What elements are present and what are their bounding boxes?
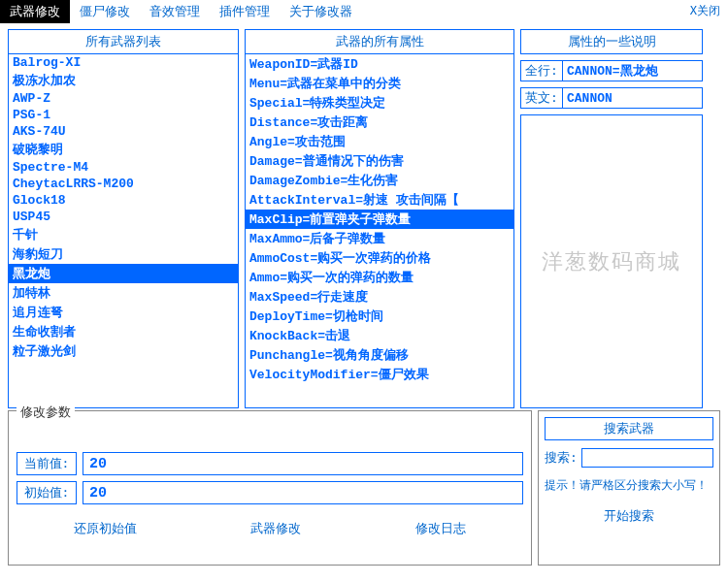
tab-sound-manage[interactable]: 音效管理 (140, 0, 210, 23)
prop-item[interactable]: VelocityModifier=僵尸效果 (246, 365, 513, 384)
full-line-field: 全行: CANNON=黑龙炮 (520, 60, 703, 81)
prop-item[interactable]: Angle=攻击范围 (246, 132, 513, 151)
weapons-listbox[interactable]: Balrog-XI极冻水加农AWP-ZPSG-1AKS-74U破晓黎明Spect… (9, 54, 238, 407)
weapons-panel: 所有武器列表 Balrog-XI极冻水加农AWP-ZPSG-1AKS-74U破晓… (8, 29, 239, 408)
prop-item[interactable]: AttackInterval=射速 攻击间隔【 (246, 190, 513, 210)
params-panel: 修改参数 当前值: 初始值: 还原初始值 武器修改 修改日志 (8, 410, 532, 566)
prop-item[interactable]: Special=特殊类型决定 (246, 93, 513, 113)
prop-item[interactable]: WeaponID=武器ID (246, 54, 513, 74)
weapon-item[interactable]: 破晓黎明 (9, 140, 238, 159)
weapons-header: 所有武器列表 (9, 30, 238, 54)
search-input[interactable] (581, 448, 713, 468)
attr-info-header: 属性的一些说明 (521, 30, 702, 53)
weapon-item[interactable]: 极冻水加农 (9, 71, 238, 90)
search-label: 搜索: (545, 449, 578, 467)
weapon-item[interactable]: 海豹短刀 (9, 244, 238, 264)
search-header: 搜索武器 (545, 417, 713, 440)
menu-bar: 武器修改 僵尸修改 音效管理 插件管理 关于修改器 (0, 0, 728, 23)
prop-item[interactable]: DeployTime=切枪时间 (246, 307, 513, 326)
english-field: 英文: CANNON (520, 87, 703, 109)
watermark: 洋葱数码商城 (520, 114, 703, 408)
tab-about[interactable]: 关于修改器 (280, 0, 362, 23)
weapon-item[interactable]: Spectre-M4 (9, 159, 238, 176)
prop-item[interactable]: MaxSpeed=行走速度 (246, 287, 513, 307)
weapon-item[interactable]: 千针 (9, 225, 238, 244)
english-value: CANNON (562, 88, 702, 108)
initial-value-label: 初始值: (17, 481, 77, 504)
prop-item[interactable]: Damage=普通情况下的伤害 (246, 151, 513, 171)
close-button[interactable]: X关闭 (690, 3, 720, 19)
weapon-item[interactable]: 加特林 (9, 283, 238, 303)
weapon-item[interactable]: USP45 (9, 209, 238, 225)
search-button[interactable]: 开始搜索 (545, 503, 713, 529)
props-header: 武器的所有属性 (246, 30, 513, 54)
prop-item[interactable]: MaxAmmo=后备子弹数量 (246, 229, 513, 248)
weapon-item[interactable]: 追月连弩 (9, 303, 238, 322)
tab-weapon-modify[interactable]: 武器修改 (0, 0, 70, 23)
prop-item[interactable]: KnockBack=击退 (246, 326, 513, 345)
initial-value-input[interactable] (83, 481, 523, 504)
full-line-label: 全行: (521, 62, 562, 80)
weapon-item[interactable]: PSG-1 (9, 107, 238, 123)
params-legend: 修改参数 (17, 404, 75, 421)
weapon-item[interactable]: Glock18 (9, 192, 238, 209)
current-value-label: 当前值: (17, 452, 77, 475)
modify-button[interactable]: 武器修改 (241, 516, 311, 541)
prop-item[interactable]: Distance=攻击距离 (246, 113, 513, 132)
full-line-value: CANNON=黑龙炮 (562, 61, 702, 81)
weapon-item[interactable]: AWP-Z (9, 90, 238, 107)
tab-zombie-modify[interactable]: 僵尸修改 (70, 0, 140, 23)
weapon-item[interactable]: 生命收割者 (9, 322, 238, 341)
prop-item[interactable]: MaxClip=前置弹夹子弹数量 (246, 210, 513, 229)
weapon-item[interactable]: 粒子激光剑 (9, 341, 238, 361)
english-label: 英文: (521, 89, 562, 107)
weapon-item[interactable]: CheytacLRRS-M200 (9, 176, 238, 192)
attr-info-panel: 属性的一些说明 (520, 29, 703, 54)
restore-button[interactable]: 还原初始值 (64, 516, 147, 541)
weapon-item[interactable]: 黑龙炮 (9, 264, 238, 283)
prop-item[interactable]: DamageZombie=生化伤害 (246, 171, 513, 190)
props-panel: 武器的所有属性 WeaponID=武器IDMenu=武器在菜单中的分类Speci… (245, 29, 514, 408)
weapon-item[interactable]: Balrog-XI (9, 54, 238, 71)
prop-item[interactable]: AmmoCost=购买一次弹药的价格 (246, 248, 513, 268)
prop-item[interactable]: Menu=武器在菜单中的分类 (246, 74, 513, 93)
props-listbox[interactable]: WeaponID=武器IDMenu=武器在菜单中的分类Special=特殊类型决… (246, 54, 513, 407)
search-panel: 搜索武器 搜索: 提示！请严格区分搜索大小写！ 开始搜索 (538, 410, 720, 566)
current-value-input[interactable] (83, 452, 523, 475)
search-hint: 提示！请严格区分搜索大小写！ (545, 477, 713, 494)
log-button[interactable]: 修改日志 (406, 516, 476, 541)
prop-item[interactable]: Punchangle=视角角度偏移 (246, 345, 513, 365)
tab-plugin-manage[interactable]: 插件管理 (210, 0, 280, 23)
weapon-item[interactable]: AKS-74U (9, 123, 238, 140)
prop-item[interactable]: Ammo=购买一次的弹药的数量 (246, 268, 513, 287)
